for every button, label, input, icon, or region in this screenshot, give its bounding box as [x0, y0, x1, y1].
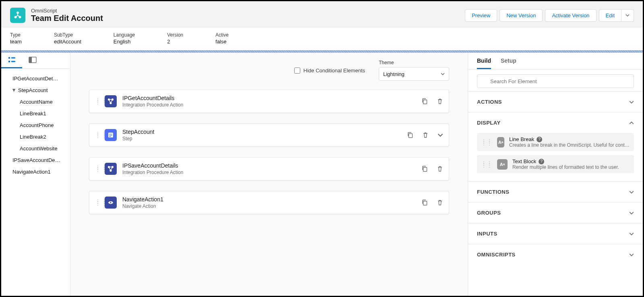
element-type-icon: [105, 129, 117, 141]
new-version-button[interactable]: New Version: [500, 9, 543, 22]
meta-version: Version 2: [167, 32, 183, 45]
tree-item-ipget[interactable]: IPGetAccountDet…: [4, 73, 68, 84]
tree-item-linebreak2[interactable]: LineBreak2: [4, 131, 68, 143]
meta-subtype-value: editAccount: [54, 39, 81, 45]
section-omniscripts[interactable]: OMNISCRIPTS: [468, 244, 643, 265]
meta-type-label: Type: [10, 32, 22, 38]
tree-item-accountphone[interactable]: AccountPhone: [4, 119, 68, 131]
section-actions[interactable]: ACTIONS: [468, 92, 643, 112]
help-icon[interactable]: ?: [537, 137, 542, 142]
section-label: INPUTS: [477, 231, 497, 237]
duplicate-icon[interactable]: [407, 132, 413, 138]
palette-element[interactable]: ⋮⋮⋮⋮ Aa Text Block? Render multiple line…: [477, 155, 634, 173]
tree-item-navigate[interactable]: NavigateAction1: [4, 166, 68, 178]
drag-handle-icon[interactable]: ⋮⋮⋮⋮: [95, 201, 101, 205]
svg-point-0: [17, 12, 19, 14]
expand-icon[interactable]: [438, 132, 443, 138]
svg-point-5: [8, 61, 10, 63]
meta-active-label: Active: [215, 32, 229, 38]
canvas-element-card[interactable]: ⋮⋮⋮⋮ NavigateAction1 Navigate Action: [89, 191, 449, 214]
drag-handle-icon[interactable]: ⋮⋮⋮⋮: [95, 133, 101, 137]
tree-item-linebreak1[interactable]: LineBreak1: [4, 108, 68, 119]
card-title: NavigateAction1: [122, 196, 421, 203]
card-title: StepAccount: [122, 129, 407, 135]
meta-active: Active false: [215, 32, 229, 45]
tree-item-accountname[interactable]: AccountName: [4, 96, 68, 108]
duplicate-icon[interactable]: [421, 199, 428, 206]
canvas-element-card[interactable]: ⋮⋮⋮⋮ IPSaveAccountDetails Integration Pr…: [89, 157, 449, 180]
meta-version-value: 2: [167, 39, 183, 45]
theme-label: Theme: [379, 60, 449, 66]
palette-element-desc: Render multiple lines of formatted text …: [512, 164, 619, 170]
palette-element-desc: Creates a line break in the OmniScript. …: [509, 142, 630, 148]
layout-icon: [29, 57, 37, 63]
card-title: IPSaveAccountDetails: [122, 162, 421, 169]
palette-element-title: Text Block: [512, 158, 536, 164]
section-display[interactable]: DISPLAY: [468, 113, 643, 133]
meta-type: Type team: [10, 32, 22, 45]
chevron-down-icon: ▶: [12, 89, 17, 92]
delete-icon[interactable]: [422, 132, 429, 138]
svg-rect-17: [109, 136, 111, 137]
svg-rect-4: [11, 57, 15, 59]
caret-down-icon: [441, 72, 445, 76]
duplicate-icon[interactable]: [421, 98, 428, 104]
drag-handle-icon[interactable]: ⋮⋮⋮⋮: [481, 140, 492, 144]
svg-rect-18: [409, 134, 413, 138]
record-meta: Type team SubType editAccount Language E…: [1, 27, 643, 50]
chevron-down-icon: [629, 100, 634, 104]
drag-handle-icon[interactable]: ⋮⋮⋮⋮: [95, 167, 101, 171]
tree-item-accountwebsite[interactable]: AccountWebsite: [4, 143, 68, 154]
svg-rect-22: [423, 168, 427, 172]
omniscript-app-icon: [10, 8, 25, 23]
tab-tree[interactable]: [1, 53, 22, 68]
palette-element[interactable]: ⋮⋮⋮⋮ Aa Line Break? Creates a line break…: [477, 133, 634, 151]
help-icon[interactable]: ?: [539, 159, 544, 164]
tree-icon: [8, 57, 16, 63]
structure-sidebar: IPGetAccountDet… ▶ StepAccount AccountNa…: [1, 53, 70, 296]
element-tree: IPGetAccountDet… ▶ StepAccount AccountNa…: [1, 69, 70, 178]
page-title: Team Edit Account: [31, 14, 103, 23]
chevron-down-icon: [629, 252, 634, 257]
tree-item-stepaccount[interactable]: ▶ StepAccount: [4, 84, 68, 96]
header-left: OmniScript Team Edit Account: [10, 8, 103, 23]
edit-button[interactable]: Edit: [599, 9, 621, 22]
chevron-down-icon: [629, 211, 634, 215]
section-label: ACTIONS: [477, 99, 502, 105]
card-subtitle: Integration Procedure Action: [122, 102, 421, 108]
page-header: OmniScript Team Edit Account Preview New…: [1, 1, 643, 27]
design-canvas: Hide Conditional Elements Theme Lightnin…: [70, 53, 468, 296]
canvas-element-card[interactable]: ⋮⋮⋮⋮ IPGetAccountDetails Integration Pro…: [89, 90, 449, 113]
edit-more-button[interactable]: [621, 9, 634, 22]
drag-handle-icon[interactable]: ⋮⋮⋮⋮: [95, 99, 101, 103]
theme-select[interactable]: Lightning: [379, 67, 449, 81]
tab-build[interactable]: Build: [477, 57, 491, 69]
duplicate-icon[interactable]: [421, 166, 428, 172]
delete-icon[interactable]: [437, 98, 443, 104]
text-type-icon: Aa: [497, 137, 504, 147]
delete-icon[interactable]: [437, 166, 443, 172]
hide-conditional-label: Hide Conditional Elements: [303, 68, 365, 74]
drag-handle-icon[interactable]: ⋮⋮⋮⋮: [481, 162, 492, 166]
section-label: DISPLAY: [477, 120, 501, 126]
delete-icon[interactable]: [437, 199, 443, 206]
section-functions[interactable]: FUNCTIONS: [468, 182, 643, 202]
hide-conditional-toggle[interactable]: Hide Conditional Elements: [294, 68, 365, 74]
meta-language: Language English: [114, 32, 135, 45]
section-groups[interactable]: GROUPS: [468, 203, 643, 223]
header-kicker: OmniScript: [31, 8, 103, 14]
section-inputs[interactable]: INPUTS: [468, 223, 643, 244]
svg-rect-6: [11, 61, 15, 62]
section-label: FUNCTIONS: [477, 189, 509, 195]
canvas-element-card[interactable]: ⋮⋮⋮⋮ StepAccount Step: [89, 123, 449, 147]
meta-subtype: SubType editAccount: [54, 32, 81, 45]
preview-button[interactable]: Preview: [465, 9, 497, 22]
tab-layout[interactable]: [22, 53, 43, 68]
tab-setup[interactable]: Setup: [501, 57, 516, 69]
svg-rect-8: [29, 57, 32, 63]
element-search-input[interactable]: [477, 74, 634, 88]
text-type-icon: Aa: [497, 159, 508, 170]
tree-item-ipsave[interactable]: IPSaveAccountDe…: [4, 154, 68, 166]
activate-version-button[interactable]: Activate Version: [545, 9, 596, 22]
hide-conditional-checkbox[interactable]: [294, 68, 300, 74]
